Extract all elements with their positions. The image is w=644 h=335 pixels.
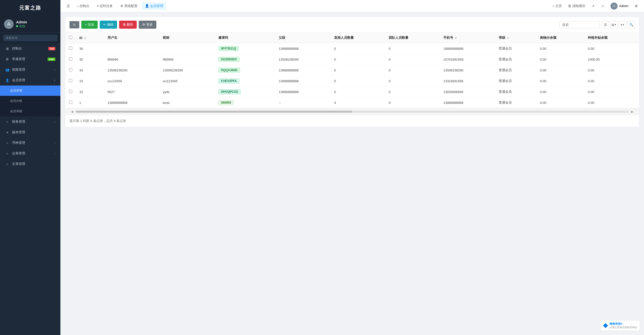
cell-id: 1 <box>76 97 104 108</box>
cell-phone: 13888888888 <box>440 97 495 108</box>
sidebar-search-area <box>0 33 60 43</box>
delete-button[interactable]: 🗑 删除 <box>119 21 137 29</box>
more-button[interactable]: ⚙ 更多 <box>139 21 156 29</box>
cell-nickname: yyds <box>159 87 215 97</box>
cell-level: 普通会员 <box>495 43 536 54</box>
cell-phone: 18888888888 <box>440 43 495 54</box>
table-row: 33 ou123456 ou123456 FUEV2PFA 1388888888… <box>65 76 639 87</box>
topbar-sysconfig-icon: ⚙ <box>120 4 123 8</box>
row-checkbox[interactable] <box>69 101 72 104</box>
sidebar-username: Admin <box>16 20 27 24</box>
cell-planting-subsidy: 0.00 <box>584 76 639 87</box>
new-badge: new <box>48 58 55 61</box>
th-invitation-code: 邀请码 <box>215 32 275 43</box>
clear-cache-button[interactable]: 🗑 清除缓存 <box>566 3 587 9</box>
sidebar-item-general[interactable]: ⚙ 常规管理 new <box>0 54 60 64</box>
cell-nickname: ou123456 <box>159 76 215 87</box>
refresh-icon: ↻ <box>73 23 76 27</box>
edit-button[interactable]: ✏ 编辑 <box>100 21 117 29</box>
sidebar-item-permission[interactable]: 👥 权限管理 › <box>0 64 60 75</box>
topbar-nav-scheduled[interactable]: ≡ 定时任务 <box>94 2 116 10</box>
sidebar: 元富之路 A Admin 在线 ⊞ 控制台 hot ⚙ 常规管理 new <box>0 0 60 335</box>
sidebar-item-version[interactable]: ≡ 版本管理 <box>0 127 60 138</box>
fullscreen-button[interactable]: ⤢ <box>599 2 606 10</box>
chevron-right-currency-icon: › <box>55 142 55 144</box>
sidebar-status: 在线 <box>16 24 27 28</box>
th-shopping-balance: 购物分余额 <box>536 32 584 43</box>
sidebar-item-member-manage[interactable]: 会员管理 <box>0 86 60 96</box>
grid-view-button[interactable]: ⊞ ▼ <box>610 21 618 28</box>
invitation-code-badge: DG285N5O <box>218 57 240 62</box>
view-controls: ☰ ⊞ ▼ ≡ ▼ 🔍 <box>602 21 635 28</box>
table-body: 36 9FP7B21Q 13888888888 0 0 18888888888 … <box>65 43 639 108</box>
row-checkbox[interactable] <box>69 79 72 82</box>
cell-team-count: 0 <box>385 65 440 76</box>
scroll-right-button[interactable]: ▶ <box>630 109 635 114</box>
settings-button[interactable]: ⚙ <box>632 2 640 10</box>
sidebar-item-currency[interactable]: ○ 币种管理 › <box>0 138 60 148</box>
topbar: ☰ ⌂ 控制台 ≡ 定时任务 ⚙ 系统配置 👤 会员管理 ⌂ 主页 🗑 <box>60 0 644 12</box>
select-all-checkbox[interactable] <box>69 36 72 39</box>
row-checkbox[interactable] <box>69 57 72 61</box>
row-checkbox-cell <box>65 97 76 108</box>
invitation-code-badge: 9FP7B21Q <box>218 46 239 51</box>
row-checkbox[interactable] <box>69 47 72 50</box>
cell-id: 35 <box>76 54 104 65</box>
topbar-right-section: ⌂ 主页 🗑 清除缓存 ↗ ⤢ A Admin ⚙ <box>550 2 640 11</box>
cell-team-count: 0 <box>385 87 440 97</box>
topbar-nav-member[interactable]: 👤 会员管理 <box>142 2 166 10</box>
table-wrap: ID ⇅ 用户名 昵称 邀请码 父级 直推人员数量 团队人员数量 手机号 ⇅ <box>65 32 639 108</box>
sidebar-item-member-parent[interactable]: 👤 会员管理 ∨ <box>0 75 60 86</box>
row-checkbox[interactable] <box>69 68 72 71</box>
share-button[interactable]: ↗ <box>589 2 597 10</box>
topbar-user-button[interactable]: A Admin <box>609 2 630 11</box>
th-parent: 父级 <box>275 32 331 43</box>
row-checkbox-cell <box>65 65 76 76</box>
cell-level: 普通会员 <box>495 97 536 108</box>
scroll-thumb[interactable] <box>76 111 352 113</box>
members-table: ID ⇅ 用户名 昵称 邀请码 父级 直推人员数量 团队人员数量 手机号 ⇅ <box>65 32 639 108</box>
chevron-down-icon: ∨ <box>54 79 55 82</box>
hamburger-button[interactable]: ☰ <box>64 2 72 10</box>
list-view-button[interactable]: ☰ <box>602 21 609 28</box>
member-submenu: 会员管理 会员分组 会员等级 <box>0 86 60 116</box>
add-button[interactable]: + 添加 <box>81 21 98 29</box>
cell-direct-count: 0 <box>331 76 385 87</box>
search-button[interactable]: 🔍 <box>627 21 635 28</box>
crowdfund-icon: ○ <box>5 152 10 155</box>
cell-username: 13888888888 <box>104 97 159 108</box>
search-input[interactable] <box>559 21 600 28</box>
sidebar-item-article[interactable]: ○ 文章管理 <box>0 159 60 169</box>
cell-id: 32 <box>76 87 104 97</box>
refresh-button[interactable]: ↻ <box>69 21 79 28</box>
filter-button[interactable]: ≡ ▼ <box>619 21 626 28</box>
sidebar-item-member-group[interactable]: 会员分组 <box>0 96 60 106</box>
cell-team-count: 0 <box>385 43 440 54</box>
member-icon: 👤 <box>5 78 10 82</box>
topbar-username: Admin <box>619 4 628 8</box>
sidebar-item-dashboard[interactable]: ⊞ 控制台 hot <box>0 43 60 54</box>
cell-phone: 13026666666 <box>440 87 495 97</box>
row-checkbox[interactable] <box>69 90 72 93</box>
cell-direct-count: 4 <box>331 97 385 108</box>
sidebar-item-member-level[interactable]: 会员等级 <box>0 106 60 116</box>
th-planting-subsidy: 种植补贴余额 <box>584 32 639 43</box>
topbar-nav-dashboard[interactable]: ⌂ 控制台 <box>74 2 92 10</box>
trash-icon: 🗑 <box>568 4 571 8</box>
cell-phone: 13508238290 <box>440 65 495 76</box>
cell-invitation-code: 888888 <box>215 97 275 108</box>
sidebar-nav: ⊞ 控制台 hot ⚙ 常规管理 new 👥 权限管理 › 👤 会员管理 ∨ 会… <box>0 43 60 335</box>
home-button[interactable]: ⌂ 主页 <box>550 3 564 9</box>
scroll-track[interactable] <box>76 111 629 113</box>
cell-team-count: 0 <box>385 97 440 108</box>
scroll-left-button[interactable]: ◀ <box>69 109 75 114</box>
sidebar-item-finance[interactable]: ○ 财务管理 › <box>0 116 60 127</box>
cell-id: 33 <box>76 76 104 87</box>
cell-direct-count: 0 <box>331 65 385 76</box>
search-menu-input[interactable] <box>3 35 57 41</box>
invitation-code-badge: RQQA386B <box>218 68 240 73</box>
cell-planting-subsidy: 0.00 <box>584 65 639 76</box>
topbar-nav-sysconfig[interactable]: ⚙ 系统配置 <box>117 2 140 10</box>
sidebar-item-crowdfund[interactable]: ○ 众筹管理 › <box>0 148 60 159</box>
hamburger-icon: ☰ <box>67 4 70 8</box>
